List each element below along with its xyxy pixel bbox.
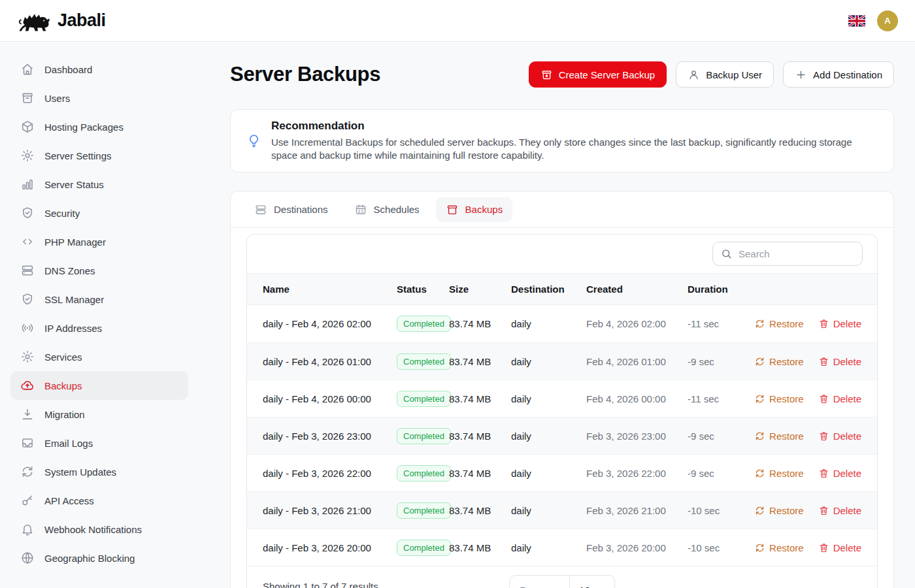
tab-backups[interactable]: Backups bbox=[436, 197, 513, 222]
delete-label: Delete bbox=[833, 431, 861, 442]
sidebar-item-server-settings[interactable]: Server Settings bbox=[10, 141, 188, 170]
cell-duration: -9 sec bbox=[688, 356, 750, 367]
table-footer: Showing 1 to 7 of 7 results Per page 10 bbox=[247, 566, 877, 588]
sidebar-item-users[interactable]: Users bbox=[10, 84, 188, 112]
sidebar-item-dashboard[interactable]: Dashboard bbox=[10, 55, 188, 84]
status-badge: Completed bbox=[397, 316, 451, 332]
delete-button[interactable]: Delete bbox=[818, 393, 861, 404]
per-page-select[interactable]: 10 bbox=[570, 576, 614, 588]
cell-name: daily - Feb 4, 2026 00:00 bbox=[263, 393, 397, 404]
status-badge: Completed bbox=[397, 540, 451, 556]
restore-label: Restore bbox=[769, 393, 804, 404]
delete-button[interactable]: Delete bbox=[818, 468, 861, 479]
delete-label: Delete bbox=[833, 393, 861, 404]
create-server-backup-button[interactable]: Create Server Backup bbox=[529, 61, 667, 88]
table-row: daily - Feb 4, 2026 01:00Completed83.74 … bbox=[247, 342, 877, 380]
cell-name: daily - Feb 3, 2026 21:00 bbox=[263, 505, 397, 516]
archive-icon bbox=[20, 91, 35, 105]
restore-button[interactable]: Restore bbox=[754, 356, 804, 367]
restore-icon bbox=[754, 468, 765, 479]
delete-button[interactable]: Delete bbox=[818, 431, 861, 442]
inbox-icon bbox=[20, 436, 35, 450]
button-label: Create Server Backup bbox=[559, 69, 656, 80]
recommendation-body: Use Incremental Backups for scheduled se… bbox=[271, 136, 876, 162]
uk-flag-icon[interactable] bbox=[848, 15, 865, 27]
column-header-size: Size bbox=[449, 284, 511, 295]
app-logo[interactable]: Jabali bbox=[17, 8, 106, 34]
tab-schedules[interactable]: Schedules bbox=[344, 197, 429, 222]
cell-created: Feb 3, 2026 23:00 bbox=[586, 431, 688, 442]
search-input[interactable] bbox=[712, 242, 863, 266]
sidebar-item-backups[interactable]: Backups bbox=[10, 371, 188, 400]
sidebar-item-label: Backups bbox=[44, 380, 82, 391]
page-title: Server Backups bbox=[230, 63, 380, 86]
sidebar-item-system-updates[interactable]: System Updates bbox=[10, 457, 188, 486]
sidebar-item-dns-zones[interactable]: DNS Zones bbox=[10, 256, 188, 285]
topbar-right: A bbox=[848, 10, 898, 31]
sidebar-item-ip-addresses[interactable]: IP Addresses bbox=[10, 314, 188, 342]
delete-label: Delete bbox=[833, 505, 861, 516]
sidebar-item-security[interactable]: Security bbox=[10, 199, 188, 227]
restore-icon bbox=[754, 542, 765, 553]
sidebar-item-services[interactable]: Services bbox=[10, 342, 188, 371]
cell-status: Completed bbox=[397, 353, 449, 370]
cell-destination: daily bbox=[511, 468, 586, 479]
sidebar-item-hosting-packages[interactable]: Hosting Packages bbox=[10, 112, 188, 141]
sidebar-item-migration[interactable]: Migration bbox=[10, 400, 188, 429]
tab-label: Schedules bbox=[374, 204, 420, 215]
restore-button[interactable]: Restore bbox=[754, 542, 804, 553]
delete-label: Delete bbox=[833, 318, 861, 329]
cell-actions: RestoreDelete bbox=[750, 356, 861, 367]
status-badge: Completed bbox=[397, 428, 451, 444]
cell-status: Completed bbox=[397, 316, 449, 332]
user-avatar[interactable]: A bbox=[877, 10, 898, 31]
box-down-icon bbox=[541, 69, 553, 81]
restore-label: Restore bbox=[769, 356, 804, 367]
delete-button[interactable]: Delete bbox=[818, 505, 861, 516]
tab-label: Destinations bbox=[274, 204, 328, 215]
sidebar-item-php-manager[interactable]: PHP Manager bbox=[10, 227, 188, 256]
sidebar-item-label: Services bbox=[44, 351, 82, 363]
main-content: Server Backups Create Server BackupBacku… bbox=[199, 42, 915, 588]
column-header-duration: Duration bbox=[688, 284, 750, 295]
restore-button[interactable]: Restore bbox=[754, 505, 804, 516]
cell-actions: RestoreDelete bbox=[750, 542, 861, 553]
add-destination-button[interactable]: Add Destination bbox=[783, 61, 894, 88]
cloud-up-icon bbox=[20, 378, 35, 393]
refresh-icon bbox=[20, 465, 35, 479]
table-row: daily - Feb 3, 2026 22:00Completed83.74 … bbox=[247, 454, 877, 491]
cell-duration: -11 sec bbox=[688, 393, 750, 404]
cell-duration: -11 sec bbox=[688, 318, 750, 329]
sidebar-item-label: Geographic Blocking bbox=[44, 553, 135, 564]
sidebar-item-label: Server Settings bbox=[44, 150, 112, 161]
delete-button[interactable]: Delete bbox=[818, 318, 861, 329]
table-header: NameStatusSizeDestinationCreatedDuration bbox=[247, 273, 877, 305]
delete-button[interactable]: Delete bbox=[818, 542, 861, 553]
restore-label: Restore bbox=[769, 318, 804, 329]
chart-icon bbox=[20, 177, 35, 191]
sidebar-item-server-status[interactable]: Server Status bbox=[10, 170, 188, 199]
restore-label: Restore bbox=[769, 468, 804, 479]
restore-button[interactable]: Restore bbox=[754, 468, 804, 479]
sidebar-item-webhook-notifications[interactable]: Webhook Notifications bbox=[10, 515, 188, 544]
sidebar-item-label: DNS Zones bbox=[44, 265, 95, 276]
cell-actions: RestoreDelete bbox=[750, 393, 861, 404]
table-row: daily - Feb 3, 2026 20:00Completed83.74 … bbox=[247, 529, 877, 566]
sidebar-item-geographic-blocking[interactable]: Geographic Blocking bbox=[10, 544, 188, 572]
cell-status: Completed bbox=[397, 428, 449, 444]
per-page-control: Per page 10 bbox=[509, 575, 615, 588]
tab-destinations[interactable]: Destinations bbox=[244, 197, 338, 222]
delete-button[interactable]: Delete bbox=[818, 356, 861, 367]
restore-label: Restore bbox=[769, 505, 804, 516]
cell-duration: -10 sec bbox=[688, 542, 750, 553]
restore-button[interactable]: Restore bbox=[754, 393, 804, 404]
sidebar-item-ssl-manager[interactable]: SSL Manager bbox=[10, 285, 188, 314]
sidebar-item-api-access[interactable]: API Access bbox=[10, 486, 188, 515]
restore-button[interactable]: Restore bbox=[754, 431, 804, 442]
restore-icon bbox=[754, 505, 765, 516]
sidebar-item-email-logs[interactable]: Email Logs bbox=[10, 429, 188, 457]
key-icon bbox=[20, 493, 35, 508]
restore-button[interactable]: Restore bbox=[754, 318, 804, 329]
cell-size: 83.74 MB bbox=[449, 468, 511, 479]
backup-user-button[interactable]: Backup User bbox=[676, 61, 774, 88]
